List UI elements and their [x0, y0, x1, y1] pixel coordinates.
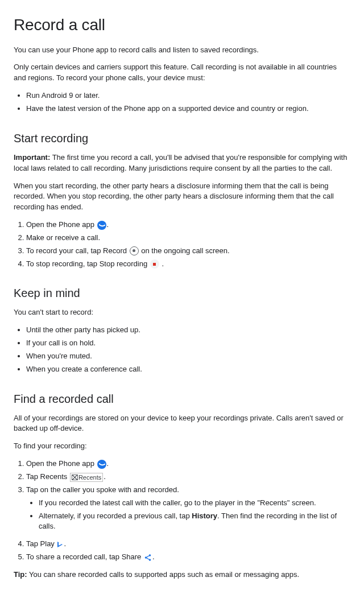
tip-paragraph: Tip: You can share recorded calls to sup…	[14, 570, 350, 580]
intro-paragraph-1: You can use your Phone app to record cal…	[14, 45, 350, 56]
step-text: .	[104, 472, 106, 481]
svg-line-4	[147, 558, 149, 559]
step-text: To record your call, tap Record	[26, 246, 129, 255]
share-icon	[144, 554, 152, 562]
step-text: .	[160, 259, 164, 268]
list-item: Have the latest version of the Phone app…	[26, 104, 350, 114]
list-item: When you're muted.	[26, 351, 350, 362]
step-text: .	[107, 459, 109, 468]
step-text: .	[152, 552, 155, 561]
find-substeps: If you recorded the latest call with the…	[26, 498, 350, 533]
step-text: Alternately, if you recorded a previous …	[39, 512, 192, 520]
list-item: Make or receive a call.	[26, 233, 350, 244]
list-item: Open the Phone app .	[26, 220, 350, 230]
list-item: To stop recording, tap Stop recording .	[26, 259, 350, 270]
step-text: To share a recorded call, tap Share	[26, 552, 143, 561]
intro-paragraph-2: Only certain devices and carriers suppor…	[14, 62, 350, 84]
list-item: Tap on the caller you spoke with and rec…	[26, 485, 350, 532]
list-item: If your call is on hold.	[26, 338, 350, 349]
history-bold: History	[192, 512, 217, 520]
section-heading-start: Start recording	[14, 130, 350, 147]
list-item: Run Android 9 or later.	[26, 90, 350, 101]
svg-point-1	[145, 556, 147, 559]
list-item: Until the other party has picked up.	[26, 325, 350, 336]
step-text: Tap Play	[26, 539, 56, 548]
list-item: Tap Play .	[26, 539, 350, 550]
list-item: Tap Recents Recents.	[26, 472, 350, 482]
svg-point-0	[149, 554, 151, 556]
requirements-list: Run Android 9 or later. Have the latest …	[14, 90, 350, 114]
phone-app-icon	[97, 460, 106, 469]
important-text: The first time you record a call, you'll…	[14, 153, 347, 172]
tip-label: Tip:	[14, 570, 27, 579]
step-text: Tap Recents	[26, 472, 69, 481]
phone-app-icon	[97, 221, 106, 230]
record-icon	[130, 246, 139, 255]
find-intro: All of your recordings are stored on you…	[14, 413, 350, 435]
play-icon	[57, 542, 63, 547]
list-item: When you create a conference call.	[26, 364, 350, 375]
step-text: Tap on the caller you spoke with and rec…	[26, 485, 179, 494]
svg-point-2	[149, 559, 151, 561]
important-note: Important: The first time you record a c…	[14, 152, 350, 174]
broken-img-alt: Recents	[78, 474, 101, 481]
step-text: To stop recording, tap Stop recording	[26, 259, 150, 268]
step-text: Open the Phone app	[26, 459, 97, 468]
step-text: Open the Phone app	[26, 220, 97, 229]
keep-list: Until the other party has picked up. If …	[14, 325, 350, 374]
disclosure-paragraph: When you start recording, the other part…	[14, 181, 350, 213]
recents-broken-image-icon: Recents	[70, 473, 103, 482]
list-item: Open the Phone app .	[26, 459, 350, 469]
svg-line-3	[147, 555, 149, 556]
tip-text: You can share recorded calls to supporte…	[27, 570, 299, 579]
stop-recording-icon	[150, 259, 159, 269]
find-steps: Open the Phone app . Tap Recents Recents…	[14, 459, 350, 563]
find-intro-2: To find your recording:	[14, 441, 350, 452]
list-item: Alternately, if you recorded a previous …	[39, 511, 350, 533]
step-text: on the ongoing call screen.	[139, 246, 230, 255]
section-heading-find: Find a recorded call	[14, 391, 350, 407]
start-steps: Open the Phone app . Make or receive a c…	[14, 220, 350, 269]
list-item: If you recorded the latest call with the…	[39, 498, 350, 509]
step-text: .	[107, 220, 109, 229]
list-item: To share a recorded call, tap Share .	[26, 552, 350, 563]
page-title: Record a call	[14, 14, 350, 37]
section-heading-keep: Keep in mind	[14, 285, 350, 302]
important-label: Important:	[14, 153, 50, 162]
step-text: .	[64, 539, 66, 548]
keep-intro: You can't start to record:	[14, 307, 350, 318]
list-item: To record your call, tap Record on the o…	[26, 246, 350, 257]
